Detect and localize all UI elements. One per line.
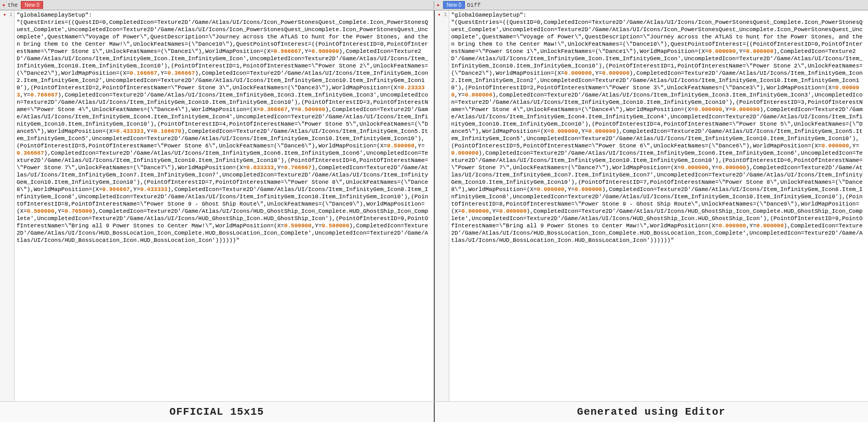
- left-label-text: OFFICIAL 15x15: [169, 406, 264, 418]
- left-tab-label: the: [8, 2, 18, 8]
- top-bar-left: ✦ the New 0: [0, 1, 434, 9]
- right-label-text: Generated using Editor: [577, 406, 726, 418]
- right-code-area[interactable]: "globalGameplaySetup": "(QuestEntries=((…: [449, 10, 869, 401]
- right-line-indicator: ✦: [436, 2, 440, 8]
- left-label: OFFICIAL 15x15: [0, 402, 435, 422]
- main-content: ✦ 1 "globalGameplaySetup": "(QuestEntrie…: [0, 10, 868, 401]
- left-line-numbers: ✦ 1: [0, 10, 15, 401]
- right-label: Generated using Editor: [435, 402, 869, 422]
- top-bar: ✦ the New 0 ✦ New 0 Diff: [0, 0, 868, 10]
- right-panel: ✦ 1 "globalGameplaySetup": "(QuestEntrie…: [435, 10, 869, 401]
- new-0-button-right[interactable]: New 0: [443, 1, 465, 9]
- left-panel-content: ✦ 1 "globalGameplaySetup": "(QuestEntrie…: [0, 10, 434, 401]
- left-code-area[interactable]: "globalGameplaySetup": "(QuestEntries=((…: [15, 10, 434, 401]
- new-0-button-left[interactable]: New 0: [21, 1, 43, 9]
- right-line-numbers: ✦ 1: [435, 10, 449, 401]
- diff-text-right: Diff: [467, 2, 480, 8]
- left-line-indicator: ✦: [2, 2, 6, 8]
- right-panel-content: ✦ 1 "globalGameplaySetup": "(QuestEntrie…: [435, 10, 869, 401]
- bottom-labels: OFFICIAL 15x15 Generated using Editor: [0, 401, 868, 422]
- top-bar-right: ✦ New 0 Diff: [434, 1, 868, 9]
- left-panel: ✦ 1 "globalGameplaySetup": "(QuestEntrie…: [0, 10, 435, 401]
